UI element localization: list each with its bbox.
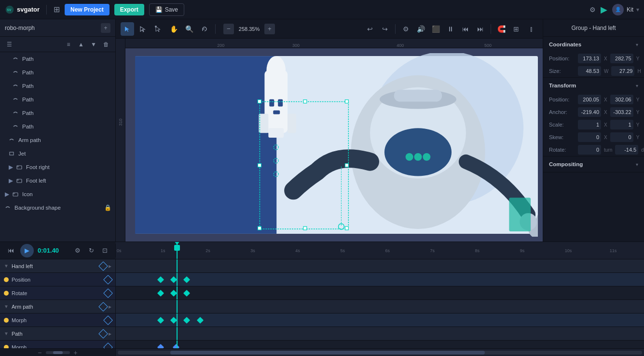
keyframe-morph1-4[interactable] xyxy=(197,316,204,323)
rotate-tool[interactable] xyxy=(198,22,211,36)
tl-track-path-a[interactable] xyxy=(116,327,644,341)
anchor-x-input[interactable]: -219.40 xyxy=(578,107,601,117)
settings-icon[interactable]: ⚙ xyxy=(589,6,596,14)
tl-morph2-diamond-btn[interactable] xyxy=(103,342,113,348)
tl-morph2-row[interactable]: Morph xyxy=(0,341,115,348)
layer-item-path2[interactable]: Path xyxy=(0,66,115,79)
position-y-input[interactable]: 282.75 xyxy=(610,54,633,63)
tl-track-position[interactable] xyxy=(116,273,644,286)
prev-btn[interactable]: ⏮ xyxy=(459,22,472,36)
down-icon[interactable]: ▼ xyxy=(88,39,99,50)
export-button[interactable]: Export xyxy=(114,4,144,15)
tl-diamond-btn-arm[interactable] xyxy=(98,302,108,312)
tl-track-morph2[interactable] xyxy=(116,341,644,348)
tl-track-morph1[interactable] xyxy=(116,313,644,327)
layer-item-bgshape[interactable]: Background shape 🔒 xyxy=(0,201,115,214)
skew-y-input[interactable]: 0 xyxy=(610,132,633,142)
tl-hand-left-row[interactable]: ▼ Hand left ▸ xyxy=(0,259,115,273)
tl-position-row[interactable]: Position xyxy=(0,273,115,286)
user-area[interactable]: 👤 Kit ▾ xyxy=(612,4,639,15)
tl-diamond-btn-hand[interactable] xyxy=(98,261,108,271)
sound-btn[interactable]: 🔊 xyxy=(414,22,427,36)
tl-track-arm-path[interactable] xyxy=(116,300,644,313)
tl-track-rotate[interactable] xyxy=(116,286,644,300)
playhead[interactable] xyxy=(177,242,178,259)
zoom-plus-button[interactable]: + xyxy=(264,24,275,34)
tl-rot-diamond-btn[interactable] xyxy=(103,288,113,298)
keyframe-morph2-1[interactable] xyxy=(157,343,164,348)
coordinates-header[interactable]: Coordinates ▾ xyxy=(543,37,644,52)
keyframe-rot-2[interactable] xyxy=(170,289,177,296)
zoom-tool[interactable]: 🔍 xyxy=(182,22,196,36)
rotate-input[interactable]: 0 xyxy=(578,145,601,155)
play-icon[interactable]: ▶ xyxy=(601,4,607,15)
tl-mode-button[interactable]: ⊡ xyxy=(99,245,110,256)
stop-btn[interactable]: ⬛ xyxy=(429,22,442,36)
anchor-y-input[interactable]: -303.22 xyxy=(610,107,633,117)
settings2-btn[interactable]: ⚙ xyxy=(399,22,412,36)
skew-x-input[interactable]: 0 xyxy=(578,132,601,142)
rotate-deg-input[interactable]: -14.5 xyxy=(615,145,638,155)
grid-btn[interactable]: ⊞ xyxy=(509,22,523,36)
tl-diamond-btn-path-a[interactable] xyxy=(98,329,108,339)
tl-play-button[interactable]: ▶ xyxy=(20,244,34,257)
layer-item-path4[interactable]: Path xyxy=(0,93,115,106)
snap-btn[interactable]: 🧲 xyxy=(494,22,508,36)
scale-y-input[interactable]: 1 xyxy=(610,120,633,129)
align-btn[interactable]: ⫿ xyxy=(524,22,538,36)
grid-apps[interactable]: ⊞ xyxy=(54,5,60,14)
tl-rotate-row[interactable]: Rotate xyxy=(0,286,115,300)
transform-y-input[interactable]: 302.06 xyxy=(610,95,633,104)
layer-item-icon[interactable]: ▶ Icon xyxy=(0,187,115,201)
select-tool[interactable] xyxy=(121,22,134,36)
save-button[interactable]: 💾 Save xyxy=(149,3,184,16)
tl-settings-button[interactable]: ⚙ xyxy=(72,245,83,256)
transform-x-input[interactable]: 200.05 xyxy=(578,95,601,104)
tl-first-button[interactable]: ⏮ xyxy=(5,245,16,256)
timeline-scrollbar[interactable] xyxy=(118,351,642,355)
size-h-input[interactable]: 27.29 xyxy=(611,66,634,76)
add-layer-button[interactable]: + xyxy=(101,23,110,33)
keyframe-pos-2[interactable] xyxy=(170,276,177,283)
node-tool[interactable] xyxy=(151,22,165,36)
layer-item-footleft[interactable]: ▶ Foot left xyxy=(0,174,115,187)
keyframe-morph1-2[interactable] xyxy=(170,316,177,323)
keyframe-pos-1[interactable] xyxy=(157,276,164,283)
layer-item-jet[interactable]: Jet xyxy=(0,147,115,160)
timeline-scroll-track[interactable] xyxy=(116,349,644,356)
compositing-header[interactable]: Compositing ▾ xyxy=(543,157,644,172)
zoom-minus-button[interactable]: − xyxy=(223,24,234,34)
tl-track-hand-left[interactable] xyxy=(116,259,644,273)
tl-path-a-row[interactable]: ▼ Path ▸ xyxy=(0,327,115,341)
keyframe-morph1-1[interactable] xyxy=(157,316,164,323)
layer-item-path1[interactable]: Path xyxy=(0,52,115,66)
tl-zoom-out[interactable]: − xyxy=(38,349,41,356)
layer-item-path3[interactable]: Path xyxy=(0,79,115,93)
redo-button[interactable]: ↪ xyxy=(378,22,392,36)
keyframe-rot-1[interactable] xyxy=(157,289,164,296)
direct-select-tool[interactable] xyxy=(136,22,150,36)
menu-icon[interactable]: ☰ xyxy=(4,39,14,50)
size-w-input[interactable]: 48.53 xyxy=(578,66,601,76)
keyframe-pos-3[interactable] xyxy=(183,276,190,283)
tl-zoom-in[interactable]: + xyxy=(74,349,78,356)
tl-morph1-row[interactable]: Morph xyxy=(0,313,115,327)
delete-icon[interactable]: 🗑 xyxy=(101,39,111,50)
up-icon[interactable]: ▲ xyxy=(76,39,86,50)
next-btn[interactable]: ⏭ xyxy=(474,22,487,36)
keyframe-morph1-3[interactable] xyxy=(183,316,190,323)
undo-button[interactable]: ↩ xyxy=(363,22,377,36)
hand-tool[interactable]: ✋ xyxy=(167,22,180,36)
scale-x-input[interactable]: 1 xyxy=(578,120,601,129)
new-project-button[interactable]: New Project xyxy=(65,4,110,15)
layer-item-footright[interactable]: ▶ Foot right xyxy=(0,160,115,174)
position-x-input[interactable]: 173.13 xyxy=(578,54,601,63)
tl-pos-diamond-btn[interactable] xyxy=(103,275,113,285)
layer-item-path6[interactable]: Path xyxy=(0,120,115,133)
transform-header[interactable]: Transform ▾ xyxy=(543,78,644,93)
tl-morph1-diamond-btn[interactable] xyxy=(103,315,113,325)
sort-icon[interactable]: ≡ xyxy=(63,39,74,50)
tl-arm-path-row[interactable]: ▼ Arm path ▸ xyxy=(0,300,115,313)
keyframe-rot-3[interactable] xyxy=(183,289,190,296)
tl-zoom-slider[interactable] xyxy=(46,351,70,354)
